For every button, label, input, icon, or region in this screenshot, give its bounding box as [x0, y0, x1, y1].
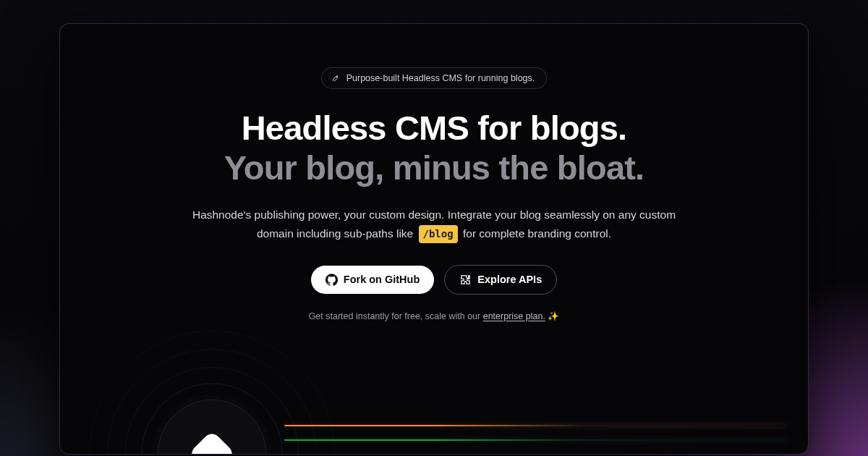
hero-description: Hashnode's publishing power, your custom… — [181, 206, 687, 243]
explore-apis-button[interactable]: Explore APIs — [444, 265, 557, 295]
explore-apis-label: Explore APIs — [477, 274, 542, 285]
footnote: Get started instantly for free, scale wi… — [309, 311, 560, 321]
hero-subtitle: Your blog, minus the bloat. — [224, 149, 644, 187]
connection-line — [284, 425, 786, 426]
footnote-post: ✨ — [545, 311, 559, 321]
puzzle-icon — [459, 274, 472, 286]
enterprise-plan-link[interactable]: enterprise plan. — [483, 311, 545, 321]
tagline-badge: Purpose-built Headless CMS for running b… — [321, 67, 548, 89]
hashnode-logo-icon — [188, 430, 235, 455]
hero-content: Purpose-built Headless CMS for running b… — [60, 24, 808, 454]
hero-window: Purpose-built Headless CMS for running b… — [59, 23, 809, 455]
hero-desc-post: for complete branding control. — [460, 227, 611, 240]
github-icon — [326, 274, 338, 286]
footnote-pre: Get started instantly for free, scale wi… — [309, 311, 483, 321]
svg-point-0 — [336, 77, 336, 77]
code-path-chip: /blog — [419, 225, 458, 243]
fork-github-label: Fork on GitHub — [344, 274, 420, 285]
connection-lines — [284, 425, 786, 441]
fork-github-button[interactable]: Fork on GitHub — [311, 266, 435, 294]
connection-line — [284, 439, 786, 441]
cta-row: Fork on GitHub Explore APIs — [311, 265, 557, 295]
tagline-text: Purpose-built Headless CMS for running b… — [346, 73, 535, 83]
rocket-icon — [331, 73, 341, 83]
hero-title: Headless CMS for blogs. — [242, 109, 627, 148]
